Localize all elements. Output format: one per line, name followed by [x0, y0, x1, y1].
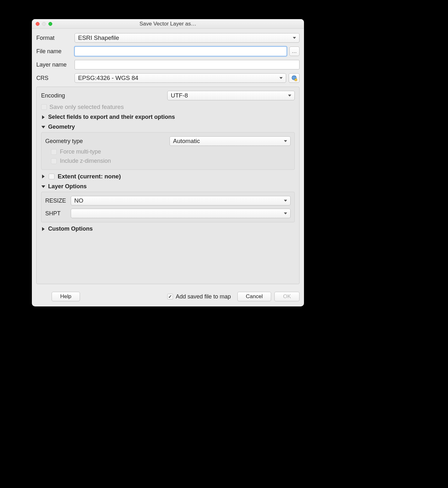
crs-picker-button[interactable] — [289, 73, 300, 83]
geometry-label: Geometry — [48, 124, 75, 130]
save-selected-label: Save only selected features — [49, 104, 124, 111]
shpt-label: SHPT — [45, 210, 68, 217]
force-multi-label: Force multi-type — [60, 148, 101, 155]
svg-marker-1 — [279, 77, 283, 79]
chevron-down-icon — [284, 140, 287, 142]
layer-options-section[interactable]: Layer Options — [41, 183, 295, 190]
extent-section[interactable]: Extent (current: none) — [41, 173, 295, 180]
save-selected-checkbox — [41, 104, 47, 110]
dialog-content: Format ESRI Shapefile File name … Layer … — [32, 29, 304, 289]
custom-options-label: Custom Options — [48, 226, 93, 232]
resize-label: RESIZE — [45, 197, 68, 204]
layer-name-label: Layer name — [36, 61, 72, 68]
chevron-down-icon — [293, 37, 296, 39]
titlebar: Save Vector Layer as… — [32, 19, 304, 29]
help-button[interactable]: Help — [52, 292, 80, 301]
crs-label: CRS — [36, 75, 72, 82]
force-multi-checkbox — [51, 149, 57, 155]
minimize-window-button — [42, 22, 46, 26]
browse-file-button[interactable]: … — [289, 47, 300, 56]
encoding-combo[interactable]: UTF-8 — [167, 91, 295, 100]
globe-icon — [291, 75, 297, 81]
svg-marker-7 — [42, 115, 45, 119]
file-name-label: File name — [36, 48, 72, 55]
chevron-down-icon — [279, 77, 283, 79]
svg-marker-12 — [284, 200, 287, 202]
custom-options-section[interactable]: Custom Options — [41, 226, 295, 232]
encoding-label: Encoding — [41, 92, 165, 99]
dialog-title: Save Vector Layer as… — [32, 21, 304, 27]
crs-value: EPSG:4326 - WGS 84 — [78, 75, 138, 82]
cancel-button[interactable]: Cancel — [237, 292, 271, 301]
format-label: Format — [36, 35, 72, 41]
format-value: ESRI Shapefile — [78, 34, 119, 41]
include-z-label: Include z-dimension — [60, 158, 111, 164]
chevron-right-icon — [41, 115, 46, 119]
close-window-button[interactable] — [36, 22, 40, 26]
svg-marker-10 — [42, 175, 45, 178]
chevron-down-icon — [288, 95, 291, 97]
resize-combo[interactable]: NO — [71, 196, 291, 205]
geometry-type-combo[interactable]: Automatic — [170, 136, 291, 146]
svg-marker-0 — [293, 37, 296, 39]
dialog-window: Save Vector Layer as… Format ESRI Shapef… — [32, 19, 304, 306]
format-combo[interactable]: ESRI Shapefile — [75, 33, 300, 43]
options-panel: Encoding UTF-8 Save only selected featur… — [36, 87, 300, 284]
svg-rect-5 — [295, 79, 297, 81]
layer-options-label: Layer Options — [48, 183, 87, 190]
file-name-input[interactable] — [75, 47, 287, 56]
svg-marker-14 — [42, 227, 45, 231]
svg-marker-8 — [41, 126, 45, 128]
chevron-down-icon — [41, 185, 46, 188]
window-controls — [32, 22, 52, 26]
resize-value: NO — [74, 197, 83, 204]
zoom-window-button[interactable] — [48, 22, 52, 26]
svg-marker-11 — [41, 185, 45, 188]
dialog-footer: Help Add saved file to map Cancel OK — [32, 289, 304, 306]
svg-marker-9 — [284, 140, 287, 142]
chevron-down-icon — [284, 200, 287, 202]
add-saved-label: Add saved file to map — [176, 293, 231, 300]
select-fields-section[interactable]: Select fields to export and their export… — [41, 114, 295, 120]
select-fields-label: Select fields to export and their export… — [48, 114, 175, 120]
geometry-type-label: Geometry type — [45, 138, 167, 145]
svg-marker-6 — [288, 95, 291, 97]
include-z-checkbox — [51, 158, 57, 164]
crs-combo[interactable]: EPSG:4326 - WGS 84 — [75, 73, 286, 83]
add-saved-checkbox[interactable] — [167, 294, 173, 299]
layer-name-input[interactable] — [75, 60, 300, 69]
chevron-right-icon — [41, 227, 46, 231]
chevron-down-icon — [41, 126, 46, 128]
encoding-value: UTF-8 — [171, 92, 188, 99]
geometry-group: Geometry type Automatic Force multi-type… — [41, 132, 295, 170]
geometry-section[interactable]: Geometry — [41, 124, 295, 130]
ok-button[interactable]: OK — [274, 292, 300, 301]
extent-label: Extent (current: none) — [58, 173, 121, 180]
shpt-combo[interactable] — [71, 209, 291, 218]
chevron-down-icon — [284, 212, 287, 214]
svg-marker-13 — [284, 212, 287, 214]
geometry-type-value: Automatic — [173, 138, 200, 145]
layer-options-group: RESIZE NO SHPT — [41, 192, 295, 222]
chevron-right-icon — [41, 175, 46, 178]
extent-checkbox[interactable] — [49, 174, 54, 179]
